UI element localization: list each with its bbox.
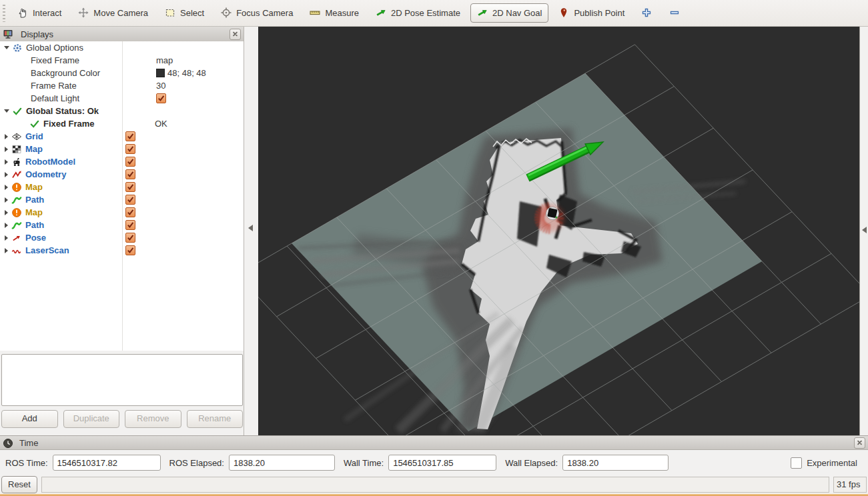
tree-row-background-color[interactable]: Background Color48; 48; 48 (0, 67, 244, 79)
tree-row-map[interactable]: Map (0, 206, 244, 219)
map-icon (11, 144, 22, 155)
enabled-checkbox[interactable] (125, 207, 135, 217)
render-canvas[interactable] (258, 27, 859, 435)
warning-icon (11, 207, 22, 218)
toolbar-button-interact[interactable]: Interact (11, 3, 68, 23)
expand-right-panel-arrow-icon[interactable] (862, 227, 867, 233)
displays-panel-buttons: AddDuplicateRemoveRename (1, 410, 243, 428)
left-panel-splitter[interactable] (244, 27, 259, 435)
add-display-button[interactable]: Add (1, 410, 58, 428)
toolbar-button-measure[interactable]: Measure (303, 3, 366, 23)
hand-icon (17, 7, 29, 19)
toolbar-drag-handle[interactable] (3, 5, 5, 22)
select-icon (165, 7, 176, 19)
monitor-icon (3, 29, 13, 39)
expand-arrow-icon[interactable] (5, 134, 8, 139)
right-panel-splitter[interactable] (859, 27, 868, 435)
experimental-option: Experimental (791, 457, 857, 469)
tree-row-path[interactable]: Path (0, 193, 244, 206)
wall-elapsed-input[interactable] (562, 455, 669, 471)
tree-row-fixed-frame[interactable]: Fixed Framemap (0, 54, 244, 67)
expand-arrow-icon[interactable] (5, 223, 8, 228)
tree-row-robotmodel[interactable]: RobotModel (0, 155, 244, 168)
toolbar-button-select[interactable]: Select (158, 3, 211, 23)
3d-viewport[interactable] (258, 27, 859, 435)
enabled-checkbox[interactable] (125, 233, 135, 243)
enabled-checkbox[interactable] (125, 169, 135, 179)
expand-arrow-icon[interactable] (5, 197, 8, 203)
ros-elapsed-input[interactable] (229, 455, 335, 471)
enabled-checkbox[interactable] (125, 245, 135, 255)
toolbar-button-publish-point[interactable]: Publish Point (552, 3, 631, 23)
tree-row-pose[interactable]: Pose (0, 231, 244, 244)
duplicate-display-button: Duplicate (63, 410, 120, 428)
property-value[interactable]: OK (155, 117, 167, 130)
displays-panel-title: Displays (21, 29, 226, 39)
tree-row-map[interactable]: Map (0, 143, 244, 155)
tree-row-frame-rate[interactable]: Frame Rate30 (0, 79, 244, 92)
display-name-label: Path (25, 193, 44, 206)
reset-button[interactable]: Reset (1, 476, 37, 493)
wall-time-input[interactable] (388, 455, 496, 471)
displays-tree: Global OptionsFixed FramemapBackground C… (0, 41, 244, 351)
path-icon (11, 195, 22, 205)
expand-arrow-icon[interactable] (5, 172, 8, 177)
remove-display-button: Remove (125, 410, 181, 428)
enabled-checkbox[interactable] (156, 93, 166, 103)
odometry-icon (11, 169, 22, 180)
tree-row-odometry[interactable]: Odometry (0, 168, 244, 181)
tree-row-path[interactable]: Path (0, 219, 244, 231)
time-close-button[interactable] (854, 437, 865, 449)
property-value[interactable]: 48; 48; 48 (167, 67, 206, 79)
display-name-label: Odometry (25, 168, 66, 181)
expand-arrow-icon[interactable] (4, 46, 9, 49)
property-value[interactable]: map (156, 54, 173, 67)
enabled-checkbox[interactable] (125, 131, 135, 141)
enabled-checkbox[interactable] (125, 182, 135, 192)
minus-icon (669, 7, 681, 19)
time-panel-header: Time (0, 435, 868, 450)
tree-row-global-status-ok[interactable]: Global Status: Ok (0, 105, 244, 117)
status-bar: Reset 31 fps (0, 475, 868, 494)
displays-close-button[interactable] (230, 29, 241, 40)
expand-arrow-icon[interactable] (5, 159, 8, 165)
time-panel: Time ROS Time:ROS Elapsed:Wall Time:Wall… (0, 435, 868, 475)
expand-arrow-icon[interactable] (5, 248, 8, 253)
measure-icon (310, 7, 321, 19)
toolbar-button-focus-camera[interactable]: Focus Camera (214, 3, 300, 23)
rviz-window: { "toolbar": { "items": [ {"id":"interac… (0, 0, 868, 496)
ros-time-field: ROS Time: (5, 455, 161, 471)
property-label: Fixed Frame (31, 54, 79, 67)
ros-time-input[interactable] (53, 455, 161, 471)
expand-arrow-icon[interactable] (5, 210, 8, 215)
expand-arrow-icon[interactable] (5, 185, 8, 190)
collapse-left-panel-arrow-icon[interactable] (248, 225, 253, 231)
tree-row-default-light[interactable]: Default Light (0, 92, 244, 105)
enabled-checkbox[interactable] (125, 220, 135, 230)
status-label: Fixed Frame (43, 117, 95, 130)
tree-row-map[interactable]: Map (0, 181, 244, 193)
tree-row-fixed-frame[interactable]: Fixed FrameOK (0, 117, 244, 130)
toolbar-button-label: Move Camera (93, 8, 148, 18)
property-value[interactable]: 30 (156, 79, 165, 92)
enabled-checkbox[interactable] (125, 195, 135, 205)
rename-display-button: Rename (187, 410, 244, 428)
tree-row-global-options[interactable]: Global Options (0, 41, 244, 54)
color-swatch[interactable] (156, 69, 165, 77)
status-message-area (41, 477, 829, 493)
experimental-checkbox[interactable] (791, 457, 802, 469)
tree-row-grid[interactable]: Grid (0, 130, 244, 143)
toolbar-button-add-tool[interactable] (634, 3, 659, 23)
enabled-checkbox[interactable] (125, 144, 135, 154)
time-panel-title: Time (19, 438, 850, 448)
enabled-checkbox[interactable] (125, 157, 135, 167)
expand-arrow-icon[interactable] (5, 235, 8, 241)
tree-row-laserscan[interactable]: LaserScan (0, 244, 244, 257)
expand-arrow-icon[interactable] (5, 147, 8, 152)
toolbar-button-move-camera[interactable]: Move Camera (71, 3, 155, 23)
toolbar-button-2d-nav-goal[interactable]: 2D Nav Goal (470, 3, 548, 23)
expand-arrow-icon[interactable] (4, 109, 9, 113)
toolbar-button-2d-pose-estimate[interactable]: 2D Pose Estimate (369, 3, 467, 23)
check-icon (29, 119, 40, 129)
toolbar-button-remove-tool[interactable] (663, 3, 698, 23)
